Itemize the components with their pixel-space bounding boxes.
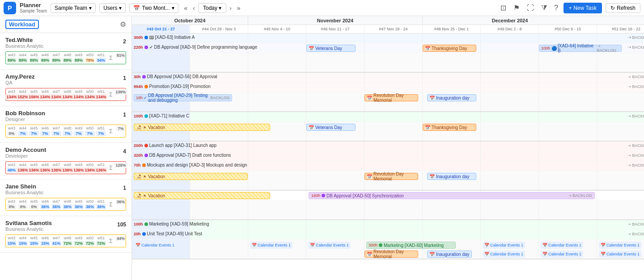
revolution-demo: 📅 Revolution Day Memorial <box>364 173 418 180</box>
sun-icon: ☀ <box>143 174 147 179</box>
gantt-row-demo-3: 70h Mockups and design [XAD-3] Mockups a… <box>132 161 644 171</box>
team-name: Sample Team <box>55 5 87 11</box>
user-info-jane: Jane Shein Business Analytic <box>5 183 44 195</box>
week-cell: w4636% <box>40 199 50 209</box>
gantt-header: October 2024 November 2024 December 2024… <box>132 16 644 33</box>
veterans-day-2: 📅 Veterans Day <box>306 124 356 131</box>
app-icon: P <box>4 2 16 14</box>
filter-btn[interactable]: ⧩ <box>539 2 549 14</box>
nav-prev-btn[interactable]: ‹ <box>191 4 197 13</box>
calendar-icon: 📅 <box>484 252 489 256</box>
week-cell: w44136% <box>18 163 28 173</box>
help-btn[interactable]: ? <box>552 2 560 14</box>
user-header-jane: Jane Shein Business Analytic 1 <box>0 180 131 196</box>
new-task-btn[interactable]: + New Task <box>564 3 602 13</box>
cal-event-w49-2: 📅 Calendar Events 1 <box>483 251 525 258</box>
user-role-jane: Business Analytic <box>5 190 44 195</box>
week-cell: w4589% <box>29 53 39 63</box>
user-info-amy: Amy.Perez QA <box>5 73 35 85</box>
user-section-demo: Demo Account Developer 4 w4348% w44136% … <box>0 143 131 180</box>
calendar-icon: 📅 <box>542 243 547 247</box>
inauguration-event: 📅 Inauguration day <box>427 94 476 101</box>
calendar-icon: 📅 <box>136 243 140 247</box>
nav-last-btn[interactable]: » <box>235 4 243 13</box>
week-cell: w4736% <box>51 199 61 209</box>
user-section-bob: Bob Robinson Designer 1 w430% w447% w457… <box>0 106 131 143</box>
gantt-row-amy-1: 30h DB Approval [XAD-56] DB Approval ⇢ B… <box>132 73 644 83</box>
gantt-row-ted-1: 300h 🏷 [XAD-63] Initiative A ⇢ BACKLOG <box>132 33 644 43</box>
flag-btn[interactable]: ⚑ <box>512 2 521 14</box>
today-btn[interactable]: Today ▾ <box>198 3 226 13</box>
week-row-jane: w430% w440% w450% w4636% w4736% w4836% w… <box>5 198 126 211</box>
gantt-row-bob-1: 100h [XAD-71] Initiative C ⇢ BACKLOG <box>132 112 644 122</box>
week-cell: w4489% <box>18 53 28 63</box>
vacation-jane: 🏖 ☀ Vacation <box>134 192 270 199</box>
week-cell: w51136% <box>96 163 106 173</box>
inauguration-demo: 📅 Inauguration day <box>427 173 476 180</box>
settings-icon[interactable]: ⚙ <box>120 20 126 29</box>
week-cell: w48136% <box>63 163 72 173</box>
week-cell: w4836% <box>63 199 72 209</box>
refresh-btn[interactable]: ↻ Refresh <box>606 3 640 13</box>
gantt-months-row: October 2024 November 2024 December 2024 <box>132 16 644 25</box>
sigma-cell: Σ <box>107 163 114 173</box>
gantt-row-demo-2: 320h DB Approval [XAD-7] Draft core func… <box>132 151 644 161</box>
gantt-row-sv-events: 📅 Calendar Events 1 📅 Calendar Events 1 … <box>132 240 644 259</box>
calendar-icon: 📅 <box>367 252 372 257</box>
veterans-day-event: 📅 Veterans Day <box>306 45 356 52</box>
week-col-46: #46 Nov 11 - 17 <box>306 25 364 33</box>
cal-event-w45: 📅 Calendar Events 1 <box>250 242 292 249</box>
app-name: Planner <box>20 2 47 9</box>
new-task-label: + New Task <box>569 5 597 11</box>
week-cell: w457% <box>29 126 39 136</box>
vacation-icon: 🏖 <box>137 174 141 179</box>
today-label: Today <box>203 5 217 11</box>
thanksgiving-day-event: 📅 Thanksgiving Day <box>423 45 476 52</box>
gantt-user-weeks-ted <box>132 53 644 73</box>
nav-first-btn[interactable]: « <box>182 4 190 13</box>
calendar-icon: 📅 <box>367 96 372 100</box>
week-cell: w440% <box>18 199 28 209</box>
gantt-weeks-row: #43 Oct 21 - 27 #44 Oct 28 - Nov 3 #45 N… <box>132 25 644 33</box>
backlog-label: BACKLOG <box>210 96 230 100</box>
vacation-label: Vacation <box>148 174 165 179</box>
calendar-icon: 📅 <box>429 174 435 179</box>
week-cell: w44152% <box>18 89 28 100</box>
task-label: DB Approval [XAD-50] Synchronization <box>326 193 404 198</box>
week-cell: w51134% <box>96 89 106 100</box>
screenshot-btn[interactable]: ⊡ <box>499 2 508 14</box>
calendar-icon: 📅 <box>309 125 314 130</box>
week-cell: w50136% <box>85 163 95 173</box>
user-info-demo: Demo Account Developer <box>5 146 46 159</box>
toolbar: P Planner Sample Team Sample Team ▾ User… <box>0 0 644 16</box>
week-cell: w4936% <box>74 199 84 209</box>
task-hours: 16h <box>136 96 143 100</box>
cal-event-w43: 📅 Calendar Events 1 <box>134 242 176 249</box>
gantt-row-sv-2: 20h Unit Test [XAD-49] Unit Test ⇢ BACKL… <box>132 230 644 240</box>
team-selector[interactable]: Sample Team ▾ <box>51 3 96 13</box>
calendar-icon: 📅 <box>367 174 372 179</box>
user-name-ted: Ted.White <box>5 37 44 43</box>
users-selector[interactable]: Users ▾ <box>99 3 126 13</box>
fullscreen-btn[interactable]: ⛶ <box>525 2 536 14</box>
user-header-bob: Bob Robinson Designer 1 <box>0 106 131 123</box>
nav-next-btn[interactable]: › <box>227 4 234 13</box>
view-selector[interactable]: 📅 Two Mont... ▾ <box>129 3 178 13</box>
vacation-bar: 🏖 ☀ Vacation <box>134 124 270 131</box>
week-cell: w4989% <box>74 53 84 63</box>
user-task-count-jane: 1 <box>123 185 126 191</box>
approval-icon: ✓ <box>144 96 147 100</box>
calendar-icon: 📅 <box>601 243 606 247</box>
week-cell: w4789% <box>51 53 61 63</box>
calendar-icon: 📅 <box>429 252 435 257</box>
user-task-count-demo: 4 <box>123 148 126 155</box>
week-grid-demo: w4348% w44136% w45136% w46136% w47136% w… <box>0 159 131 179</box>
cal-event-w51-2: 📅 Calendar Events 1 <box>599 251 641 258</box>
user-task-count-svitlana: 105 <box>117 221 126 228</box>
user-name-amy: Amy.Perez <box>5 73 35 80</box>
vacation-label: Vacation <box>148 193 165 198</box>
week-cell: w487% <box>63 126 72 136</box>
revolution-sv: 📅 Revolution Day Memorial <box>364 251 418 258</box>
app-title: Planner Sample Team <box>20 2 47 14</box>
user-section-svitlana: Svitlana Samotis Business Analytic 105 w… <box>0 216 131 253</box>
